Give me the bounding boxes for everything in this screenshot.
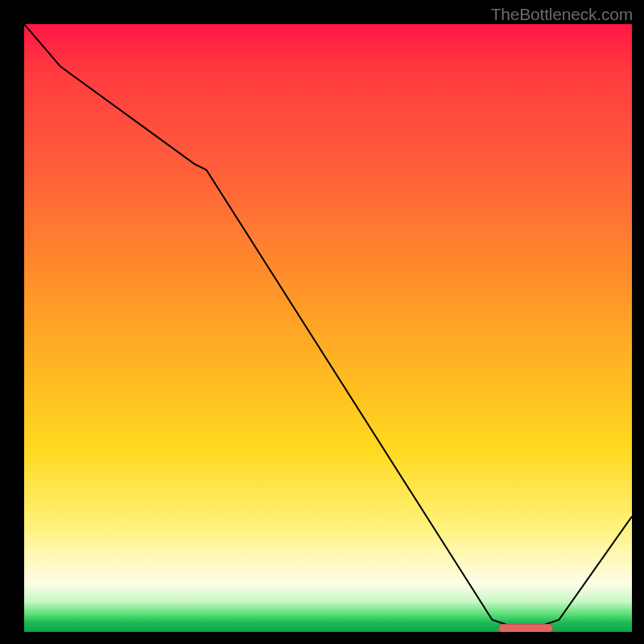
chart-frame: TheBottleneck.com bbox=[0, 0, 644, 644]
optimal-range-marker bbox=[498, 624, 553, 632]
watermark-text: TheBottleneck.com bbox=[491, 5, 633, 24]
plot-area bbox=[24, 24, 632, 632]
bottleneck-curve bbox=[24, 24, 632, 626]
curve-layer bbox=[24, 24, 632, 632]
